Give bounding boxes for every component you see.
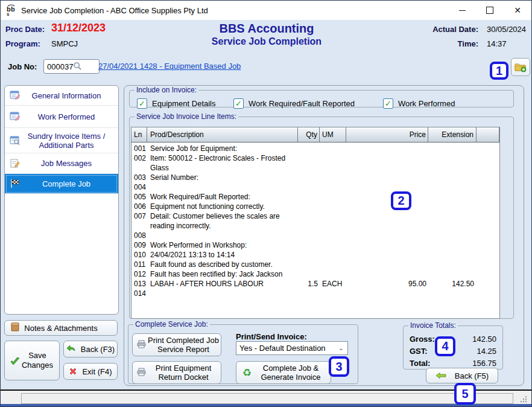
time-label: Time: xyxy=(458,39,478,48)
table-cell: 95.00 xyxy=(346,279,428,289)
table-row[interactable]: 014 xyxy=(131,289,499,298)
table-row[interactable]: 012Fault has been rectified by: Jack Jac… xyxy=(131,269,499,279)
complete-job-generate-invoice-button[interactable]: ♻ Complete Job & Generate Invoice xyxy=(236,361,331,384)
proc-date-label: Proc Date: xyxy=(5,25,45,34)
table-cell: Item: 500012 - Electronic Scales - Frost… xyxy=(147,153,298,173)
printer-icon xyxy=(137,340,146,350)
include-option[interactable]: ✓Equipment Details xyxy=(137,98,216,109)
sidebar-item[interactable]: Job Messages xyxy=(5,153,118,174)
table-cell: 011 xyxy=(131,260,147,269)
table-cell xyxy=(428,260,477,269)
column-header[interactable]: Extension xyxy=(428,127,477,142)
table-cell xyxy=(320,240,346,250)
table-cell: 24/04/2021 13:13 to 14:14 xyxy=(147,250,298,260)
sidebar-item[interactable]: Work Performed xyxy=(5,106,118,128)
title-bar: b b s Service Job Completion - ABC Offic… xyxy=(1,1,531,20)
close-button[interactable]: ✕ xyxy=(504,1,531,20)
sidebar-item-label: General Information xyxy=(5,91,118,100)
table-row[interactable]: 008 xyxy=(131,231,499,240)
table-cell: 006 xyxy=(131,202,147,211)
invoice-totals-legend: Invoice Totals: xyxy=(408,321,458,330)
table-cell xyxy=(346,202,428,211)
attachments-folder-button[interactable] xyxy=(511,58,530,76)
save-changes-button[interactable]: Save Changes xyxy=(4,341,60,380)
table-cell xyxy=(320,202,346,211)
table-row[interactable]: 013LABAH - AFTER HOURS LABOUR1.5EACH95.0… xyxy=(131,279,499,289)
column-header[interactable]: Prod/Description xyxy=(147,127,298,142)
table-row[interactable]: 011Fault found as described by customer. xyxy=(131,260,499,269)
program-value: SMPCJ xyxy=(51,39,78,48)
table-cell xyxy=(298,192,320,202)
include-option[interactable]: ✓Work Required/Fault Reported xyxy=(233,98,355,109)
chevron-down-icon: ⌄ xyxy=(338,344,347,352)
actual-date-value: 30/05/2024 xyxy=(487,25,526,34)
complete-service-job-legend: Complete Service Job: xyxy=(133,320,210,328)
annotation-2: 2 xyxy=(391,191,411,210)
minimize-button[interactable] xyxy=(448,1,476,20)
sidebar-item-label: Job Messages xyxy=(5,159,118,168)
table-row[interactable]: 005Work Required/Fault Reported: xyxy=(131,192,499,202)
back-f3-button[interactable]: Back (F3) xyxy=(63,341,118,357)
table-cell xyxy=(298,289,320,298)
table-cell: 010 xyxy=(131,250,147,260)
form-edit-icon xyxy=(10,112,21,121)
print-send-invoice-select[interactable]: Yes - Default Destination ⌄ xyxy=(236,341,348,355)
sidebar-item[interactable]: General Information xyxy=(5,86,118,106)
sidebar-item[interactable]: Sundry Invoice Items / Additional Parts xyxy=(5,128,118,153)
maximize-button[interactable] xyxy=(476,1,504,20)
job-row: Job No: 27/04/2021 1428 - Equipment Base… xyxy=(1,55,531,84)
table-cell xyxy=(428,269,477,279)
checkbox-icon[interactable]: ✓ xyxy=(137,98,147,109)
table-cell xyxy=(346,192,428,202)
exit-cross-icon xyxy=(69,367,77,376)
checkbox-icon[interactable]: ✓ xyxy=(383,98,393,109)
job-no-input[interactable] xyxy=(43,59,100,74)
table-cell xyxy=(346,260,428,269)
table-row[interactable]: 009Work Performed in Workshop: xyxy=(131,240,499,250)
invoice-line-items-legend: Service Job Invoice Line Items: xyxy=(135,112,238,121)
table-row[interactable]: 004 xyxy=(131,182,499,192)
resize-grip[interactable] xyxy=(518,394,528,403)
table-cell xyxy=(320,192,346,202)
table-cell xyxy=(428,250,477,260)
column-header[interactable]: Ln xyxy=(131,127,147,142)
print-completed-job-report-button[interactable]: Print Completed Job Service Report xyxy=(132,333,221,356)
table-cell: Fault found as described by customer. xyxy=(147,260,298,269)
sidebar-item[interactable]: Complete Job xyxy=(5,174,118,194)
include-option-label: Work Required/Fault Reported xyxy=(249,99,355,108)
include-on-invoice-legend: Include on Invoice: xyxy=(135,86,198,94)
table-cell xyxy=(147,289,298,298)
print-equipment-return-docket-button[interactable]: Print Equipment Return Docket xyxy=(132,361,221,384)
job-search-icon[interactable] xyxy=(73,62,82,71)
table-row[interactable]: 001Service Job for Equipment: xyxy=(131,144,499,153)
exit-f4-button[interactable]: Exit (F4) xyxy=(63,363,118,380)
annotation-5: 5 xyxy=(454,383,476,405)
table-row[interactable]: 006Equipment not functioning correctly. xyxy=(131,202,499,211)
back-f3-label: Back (F3) xyxy=(81,345,115,354)
job-description-link[interactable]: 27/04/2021 1428 - Equipment Based Job xyxy=(98,62,241,71)
line-items-table[interactable]: LnProd/DescriptionQtyUMPriceExtension 00… xyxy=(131,127,500,319)
table-cell: Work Performed in Workshop: xyxy=(147,240,298,250)
annotation-4: 4 xyxy=(435,336,455,356)
column-header[interactable]: Price xyxy=(346,127,428,142)
table-cell xyxy=(428,144,477,153)
notes-attachments-button[interactable]: Notes & Attachments xyxy=(4,320,118,336)
table-cell: Service Job for Equipment: xyxy=(147,144,298,153)
table-cell xyxy=(346,289,428,298)
table-row[interactable]: 01024/04/2021 13:13 to 14:14 xyxy=(131,250,499,260)
checkbox-icon[interactable]: ✓ xyxy=(233,98,244,109)
table-row[interactable]: 007Detail: Customer believes the scales … xyxy=(131,211,499,231)
include-option[interactable]: ✓Work Performed xyxy=(383,98,455,109)
back-arrow-icon xyxy=(66,345,76,353)
column-header[interactable]: UM xyxy=(320,127,346,142)
table-row[interactable]: 003Serial Number: xyxy=(131,173,499,182)
table-cell xyxy=(298,173,320,182)
annotation-3: 3 xyxy=(329,356,349,377)
table-row[interactable]: 002Item: 500012 - Electronic Scales - Fr… xyxy=(131,153,499,173)
column-header[interactable]: Qty xyxy=(298,127,320,142)
table-cell xyxy=(298,202,320,211)
back-f5-button[interactable]: Back (F5) xyxy=(426,368,498,383)
table-cell xyxy=(346,173,428,182)
complete-service-job-group: Complete Service Job: Print Completed Jo… xyxy=(128,320,358,384)
table-cell: 1.5 xyxy=(298,279,320,289)
